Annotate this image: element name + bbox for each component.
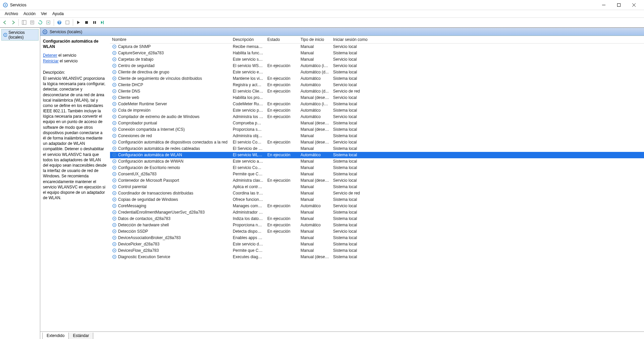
table-row[interactable]: Conexión compartida a Internet (ICS)Prop… [110, 126, 644, 133]
table-row[interactable]: Detección de hardware shellProporciona n… [110, 222, 644, 228]
help-button[interactable]: ? [56, 19, 63, 26]
table-row[interactable]: Conexiones de redAdministra obje...Manua… [110, 133, 644, 139]
restart-link[interactable]: Reiniciar [43, 59, 59, 63]
stop-service-button[interactable] [83, 19, 90, 26]
table-row[interactable]: Captura de SNMPRecibe mensaje...ManualSe… [110, 44, 644, 50]
table-row[interactable]: Compilador de extremo de audio de Window… [110, 114, 644, 120]
table-row[interactable]: CaptureService_d28a783Habilita la funci.… [110, 50, 644, 56]
table-row[interactable]: DevicesFlow_d28a783Permite que Co...Manu… [110, 247, 644, 254]
svg-point-36 [114, 84, 115, 85]
svg-point-48 [114, 122, 115, 123]
table-row[interactable]: Configuración automática de redes cablea… [110, 146, 644, 152]
menu-file[interactable]: Archivo [2, 11, 21, 17]
start-service-button[interactable] [75, 19, 82, 26]
table-row[interactable]: DeviceAssociationBroker_d28a783Enables a… [110, 235, 644, 241]
cell-logon: Servicio local [331, 44, 371, 50]
services-grid[interactable]: Nombre Descripción Estado Tipo de inicio… [110, 36, 644, 331]
cell-state [265, 133, 299, 139]
table-row[interactable]: Datos de contactos_d28a783Indiza los dat… [110, 216, 644, 222]
cell-state [265, 165, 299, 171]
menu-action[interactable]: Acción [21, 11, 38, 17]
table-row[interactable]: Control parentalAplica el control...Manu… [110, 184, 644, 190]
cell-start: Manual [299, 44, 331, 50]
minimize-button[interactable] [596, 0, 611, 10]
svg-point-46 [114, 116, 115, 117]
table-row[interactable]: DevicePicker_d28a783Este servicio de ...… [110, 241, 644, 247]
col-start[interactable]: Tipo de inicio [299, 36, 331, 44]
table-row[interactable]: CoreMessagingManages comm...En ejecución… [110, 203, 644, 209]
cell-description: Detecta disposit... [231, 228, 265, 235]
table-row[interactable]: Cliente de seguimiento de vínculos distr… [110, 75, 644, 82]
table-row[interactable]: Configuración automática de WLANEl servi… [110, 152, 644, 158]
table-row[interactable]: Comprobador puntualComprueba pos...Manua… [110, 120, 644, 126]
svg-point-70 [114, 192, 115, 193]
back-button[interactable] [1, 19, 9, 26]
svg-point-78 [114, 218, 115, 219]
pause-service-button[interactable] [91, 19, 98, 26]
col-description[interactable]: Descripción [231, 36, 265, 44]
svg-rect-16 [93, 21, 94, 24]
help2-button[interactable] [64, 19, 71, 26]
cell-logon: Sistema local [331, 120, 371, 126]
cell-name: Compilador de extremo de audio de Window… [110, 114, 231, 120]
cell-name: Carpetas de trabajo [110, 56, 231, 63]
export-button[interactable] [45, 19, 52, 26]
tab-standard[interactable]: Estándar [68, 333, 93, 339]
table-row[interactable]: Cliente de directiva de grupoEste servic… [110, 69, 644, 75]
table-row[interactable]: Detección SSDPDetecta disposit...En ejec… [110, 228, 644, 235]
cell-description: Este servicio es r... [231, 69, 265, 75]
svg-point-62 [114, 167, 115, 168]
svg-point-90 [114, 256, 115, 257]
col-logon[interactable]: Iniciar sesión como [331, 36, 371, 44]
maximize-button[interactable] [611, 0, 626, 10]
table-row[interactable]: Cliente DNSEl servicio Client...En ejecu… [110, 88, 644, 95]
menu-view[interactable]: Ver [38, 11, 50, 17]
forward-button[interactable] [9, 19, 17, 26]
show-tree-button[interactable] [20, 19, 28, 26]
table-row[interactable]: Cliente DHCPRegistra y actua...En ejecuc… [110, 82, 644, 88]
stop-link[interactable]: Detener [43, 53, 57, 58]
col-state[interactable]: Estado [265, 36, 299, 44]
svg-point-24 [114, 46, 115, 47]
tree-root-item[interactable]: Servicios (locales) [1, 29, 39, 41]
tab-extended[interactable]: Extendido [42, 333, 69, 339]
refresh-button[interactable] [37, 19, 44, 26]
cell-start: Automático [299, 152, 331, 158]
description-label: Descripción: [43, 70, 107, 75]
menu-help[interactable]: Ayuda [50, 11, 66, 17]
cell-description: Indiza los datos ... [231, 216, 265, 222]
table-row[interactable]: ConsentUX_d28a783Permite que Co...Manual… [110, 171, 644, 177]
table-row[interactable]: Diagnostic Execution ServiceExecutes dia… [110, 254, 644, 260]
table-row[interactable]: Copias de seguridad de WindowsOfrece fun… [110, 196, 644, 203]
svg-rect-6 [22, 20, 26, 24]
cell-state: En ejecución [265, 222, 299, 228]
cell-start: Manual [299, 50, 331, 56]
cell-description: El servicio Confi... [231, 139, 265, 146]
table-row[interactable]: Carpetas de trabajoEste servicio sin...M… [110, 56, 644, 63]
table-row[interactable]: Cola de impresiónEste servicio po...En e… [110, 107, 644, 114]
table-row[interactable]: Configuración automática de WWANEste ser… [110, 158, 644, 165]
cell-logon: Sistema local [331, 158, 371, 165]
cell-state: En ejecución [265, 63, 299, 69]
cell-logon: Sistema local [331, 126, 371, 133]
cell-state: En ejecución [265, 203, 299, 209]
close-button[interactable] [626, 0, 641, 10]
table-row[interactable]: Cliente webHabilita los pro...Manual (de… [110, 95, 644, 101]
table-row[interactable]: Configuración automática de dispositivos… [110, 139, 644, 146]
svg-rect-3 [617, 3, 620, 6]
table-row[interactable]: Coordinador de transacciones distribuida… [110, 190, 644, 196]
properties-button[interactable] [29, 19, 36, 26]
cell-name: Configuración de Escritorio remoto [110, 165, 231, 171]
table-row[interactable]: CredentialEnrollmentManagerUserSvc_d28a7… [110, 209, 644, 216]
content-header-label: Servicios (locales) [50, 30, 82, 34]
table-row[interactable]: Configuración de Escritorio remotoEl ser… [110, 165, 644, 171]
table-row[interactable]: Centro de seguridadEl servicio WSCS...En… [110, 63, 644, 69]
table-row[interactable]: CodeMeter Runtime ServerCodeMeter Run...… [110, 101, 644, 107]
cell-logon: Sistema local [331, 247, 371, 254]
svg-point-84 [114, 237, 115, 238]
cell-description: Administra los d... [231, 114, 265, 120]
table-row[interactable]: Contenedor de Microsoft PassportAdminist… [110, 177, 644, 184]
restart-service-button[interactable] [99, 19, 106, 26]
cell-state [265, 241, 299, 247]
col-name[interactable]: Nombre [110, 36, 231, 44]
